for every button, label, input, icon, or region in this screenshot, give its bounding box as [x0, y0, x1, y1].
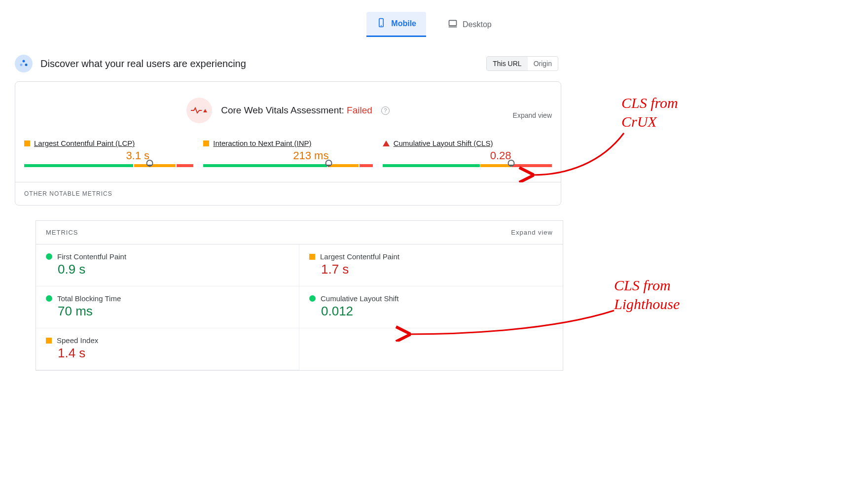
tab-mobile-label: Mobile [391, 19, 416, 28]
lh-metric-value: 0.012 [321, 304, 553, 319]
expand-view-link[interactable]: Expand view [513, 111, 552, 119]
tab-mobile[interactable]: Mobile [366, 12, 426, 37]
lh-metric-name: First Contentful Paint [57, 252, 126, 261]
tab-desktop-label: Desktop [463, 20, 492, 29]
lh-metric-name-row: Speed Index [46, 336, 289, 345]
cwv-grid: Largest Contentful Paint (LCP)3.1 sInter… [15, 127, 561, 173]
toggle-origin[interactable]: Origin [528, 57, 558, 70]
annotation-lighthouse: CLS from Lighthouse [614, 276, 680, 313]
value-pin-icon [510, 161, 512, 167]
metrics-heading: METRICS [46, 229, 78, 236]
cwv-metric-name: Cumulative Layout Shift (CLS) [394, 139, 493, 147]
cwv-card: Largest Contentful Paint (LCP)3.1 s [24, 139, 193, 167]
lh-metric-name: Total Blocking Time [57, 294, 121, 303]
cwv-card: Interaction to Next Paint (INP)213 ms [203, 139, 372, 167]
svg-point-5 [20, 64, 23, 66]
page-title: Discover what your real users are experi… [40, 58, 486, 70]
lh-metric-cell: Largest Contentful Paint1.7 s [299, 244, 563, 286]
assessment-status-icon [186, 98, 212, 123]
square-marker-icon [203, 140, 209, 146]
square-marker-icon [309, 254, 315, 260]
metrics-expand-link[interactable]: Expand view [511, 229, 553, 236]
toggle-this-url[interactable]: This URL [487, 57, 527, 70]
circle-marker-icon [46, 253, 52, 260]
lh-metric-name: Speed Index [57, 336, 98, 345]
circle-marker-icon [309, 295, 316, 302]
device-tabs: Mobile Desktop [0, 0, 868, 37]
svg-rect-2 [449, 20, 456, 26]
cwv-metric-link[interactable]: Cumulative Layout Shift (CLS) [383, 139, 552, 147]
lh-metric-name: Cumulative Layout Shift [321, 294, 398, 303]
discover-icon [15, 55, 33, 72]
lighthouse-panel: METRICS Expand view First Contentful Pai… [36, 220, 563, 371]
assessment-label: Core Web Vitals Assessment: [221, 105, 347, 115]
lh-metric-value: 1.7 s [321, 262, 553, 277]
lighthouse-grid: First Contentful Paint0.9 sLargest Conte… [36, 244, 563, 370]
cwv-metric-value: 0.28 [383, 149, 552, 162]
cwv-metric-value: 213 ms [203, 149, 372, 162]
value-pin-icon [149, 161, 150, 167]
assessment-text: Core Web Vitals Assessment: Failed [221, 105, 372, 116]
lh-metric-name-row: First Contentful Paint [46, 252, 289, 261]
cwv-distribution-bar [24, 164, 193, 167]
lh-metric-cell: Speed Index1.4 s [36, 328, 299, 370]
lh-metric-cell: First Contentful Paint0.9 s [36, 244, 299, 286]
svg-point-6 [25, 64, 28, 66]
lh-metric-name-row: Total Blocking Time [46, 294, 289, 303]
triangle-marker-icon [383, 140, 390, 146]
cwv-metric-link[interactable]: Largest Contentful Paint (LCP) [24, 139, 193, 147]
lh-metric-name-row: Cumulative Layout Shift [309, 294, 553, 303]
lh-metric-name: Largest Contentful Paint [320, 252, 399, 261]
lh-metric-cell: Cumulative Layout Shift0.012 [299, 286, 563, 328]
url-origin-toggle: This URL Origin [486, 56, 558, 71]
lh-metric-value: 1.4 s [58, 346, 289, 361]
value-pin-icon [328, 161, 329, 167]
cwv-card: Cumulative Layout Shift (CLS)0.28 [383, 139, 552, 167]
help-icon[interactable]: ? [381, 106, 390, 115]
lh-metric-name-row: Largest Contentful Paint [309, 252, 553, 261]
crux-panel: Core Web Vitals Assessment: Failed ? Exp… [15, 81, 561, 206]
cwv-distribution-bar [203, 164, 372, 167]
cwv-metric-name: Largest Contentful Paint (LCP) [34, 139, 135, 147]
cwv-distribution-bar [383, 164, 552, 167]
circle-marker-icon [46, 295, 52, 302]
annotation-crux: CLS from CrUX [621, 94, 678, 131]
svg-point-4 [23, 60, 25, 63]
desktop-icon [448, 19, 458, 31]
other-notable-label: OTHER NOTABLE METRICS [15, 182, 561, 205]
phone-icon [376, 18, 386, 30]
cwv-metric-value: 3.1 s [24, 149, 193, 162]
cwv-metric-link[interactable]: Interaction to Next Paint (INP) [203, 139, 372, 147]
square-marker-icon [24, 140, 30, 146]
assessment-status: Failed [347, 105, 372, 115]
cwv-metric-name: Interaction to Next Paint (INP) [213, 139, 311, 147]
svg-marker-7 [203, 109, 207, 112]
lh-metric-value: 70 ms [58, 304, 289, 319]
lh-metric-cell: Total Blocking Time70 ms [36, 286, 299, 328]
square-marker-icon [46, 338, 52, 344]
tab-desktop[interactable]: Desktop [438, 12, 502, 37]
lh-metric-value: 0.9 s [58, 262, 289, 277]
